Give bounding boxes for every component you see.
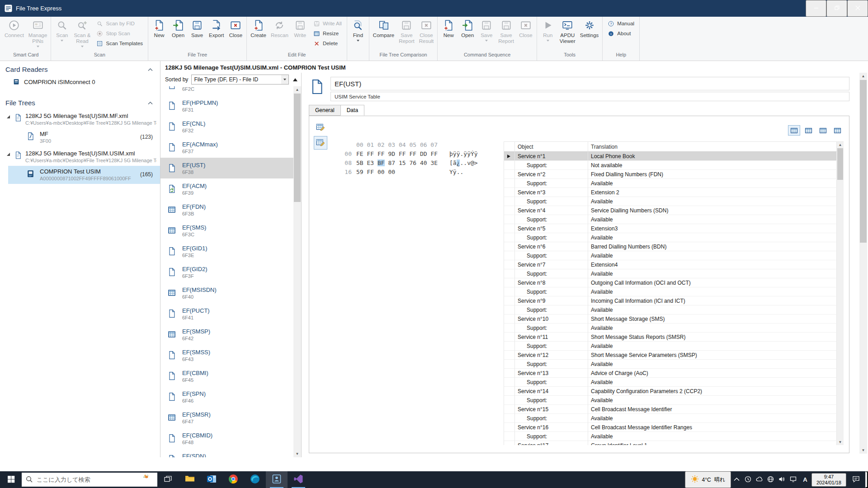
save-report-button[interactable]: Save Report <box>396 17 417 51</box>
file-trees-header[interactable]: File Trees <box>0 94 160 109</box>
scroll-up-arrow-icon[interactable]: ▲ <box>293 86 301 93</box>
service-row-service-n-6[interactable]: Service n°6Barred Dialling Numbers (BDN) <box>504 242 837 251</box>
service-row-service-n-14[interactable]: Service n°14Capability Configuration Par… <box>504 387 837 396</box>
delete-button[interactable]: Delete <box>310 38 345 48</box>
support-row-service-n-12[interactable]: Support:Available <box>504 360 837 369</box>
show-desktop-button[interactable] <box>865 471 868 488</box>
file-row-6f2c[interactable]: 6F2C <box>160 86 293 95</box>
restore-button[interactable] <box>826 0 847 17</box>
service-row-service-n-8[interactable]: Service n°8Outgoing Call Information (OC… <box>504 278 837 287</box>
scan-button[interactable]: Scan <box>52 17 71 51</box>
tree-expander-icon[interactable] <box>7 115 10 118</box>
support-row-service-n-2[interactable]: Support:Available <box>504 179 837 188</box>
tab-general[interactable]: General <box>309 105 341 116</box>
write-button[interactable]: Write <box>291 17 310 51</box>
tree-child-mf[interactable]: MF3F00(123) <box>8 128 160 146</box>
resize-button[interactable]: Resize <box>310 28 345 38</box>
manage-pins-button[interactable]: Manage PINs <box>26 17 50 51</box>
scan-read-button[interactable]: Scan & Read <box>71 17 93 51</box>
file-row-ef-spn[interactable]: EF(SPN)6F46 <box>160 386 293 407</box>
find-button[interactable]: Find <box>349 17 368 51</box>
scrollbar-thumb[interactable] <box>860 80 867 243</box>
hex-row[interactable]: 1659 FF 00 00Yÿ.. <box>342 168 478 177</box>
close-button[interactable] <box>847 0 868 17</box>
edit-hex-button[interactable] <box>314 136 327 150</box>
support-row-service-n-16[interactable]: Support:Available <box>504 432 837 441</box>
detail-scrollbar[interactable]: ▲ ▼ <box>859 73 867 454</box>
support-row-service-n-6[interactable]: Support:Available <box>504 251 837 260</box>
dropdown-arrow-icon[interactable] <box>281 75 288 84</box>
new-button[interactable]: New <box>150 17 169 51</box>
chevron-up-icon[interactable] <box>148 66 153 73</box>
file-row-ef-gid2[interactable]: EF(GID2)6F3F <box>160 262 293 282</box>
file-name-field[interactable]: EF(UST) <box>330 77 849 90</box>
hex-editor[interactable]: 00 01 02 03 04 05 06 0700FE FF FF 9D FF … <box>342 141 478 177</box>
file-row-ef-msisdn[interactable]: EF(MSISDN)6F40 <box>160 282 293 303</box>
file-row-ef-sdn[interactable]: EF(SDN)6F49 <box>160 449 293 457</box>
start-button[interactable] <box>0 471 22 488</box>
file-row-ef-ust[interactable]: EF(UST)6F38 <box>160 158 293 178</box>
view-button-3[interactable] <box>817 125 829 136</box>
service-row-service-n-13[interactable]: Service n°13Advice of Charge (AoC) <box>504 369 837 378</box>
file-row-ef-smss[interactable]: EF(SMSS)6F43 <box>160 345 293 366</box>
explorer-taskbar-button[interactable] <box>179 471 201 488</box>
service-row-service-n-17[interactable]: Service n°17Group Identifier Level 1 <box>504 441 837 445</box>
hex-row[interactable]: 085B E3 BF 87 15 76 40 3E[ã¿..v@> <box>342 159 478 168</box>
tree-child-comprion-test-usim[interactable]: COMPRION Test USIMA0000000871002FF49FFFF… <box>8 166 160 184</box>
apdu-viewer-button[interactable]: APDU Viewer <box>557 17 578 51</box>
scroll-up-arrow-icon[interactable]: ▲ <box>837 142 844 148</box>
save-button[interactable]: Save <box>188 17 207 51</box>
search-highlight-doodle-icon[interactable] <box>138 473 157 487</box>
view-button-4[interactable] <box>831 125 844 136</box>
service-row-service-n-3[interactable]: Service n°3Extension 2 <box>504 188 837 197</box>
export-button[interactable]: Export <box>207 17 226 51</box>
outlook-taskbar-button[interactable] <box>201 471 222 488</box>
file-row-ef-cbmi[interactable]: EF(CBMI)6F45 <box>160 366 293 386</box>
task-view-button[interactable] <box>157 471 179 488</box>
scrollbar-thumb[interactable] <box>837 148 843 180</box>
create-button[interactable]: Create <box>248 17 269 51</box>
edit-table-button[interactable] <box>314 121 327 134</box>
file-row-ef-acm[interactable]: EF(ACM)6F39 <box>160 178 293 199</box>
close-result-button[interactable]: Close Result <box>417 17 436 51</box>
settings-button[interactable]: Settings <box>578 17 601 51</box>
action-center-button[interactable] <box>846 471 865 488</box>
service-row-service-n-11[interactable]: Service n°11Short Message Status Reports… <box>504 333 837 342</box>
card-reader-item[interactable]: COMPRION iSIMconnect 0 <box>0 75 160 88</box>
file-row-ef-acmmax[interactable]: EF(ACMmax)6F37 <box>160 137 293 158</box>
ime-mode-button[interactable]: A <box>799 471 811 488</box>
scan-by-fid-button[interactable]: Scan by FID <box>93 19 146 28</box>
connect-button[interactable]: Connect <box>2 17 26 51</box>
service-row-service-n-16[interactable]: Service n°16Cell Broadcast Message Ident… <box>504 423 837 432</box>
support-row-service-n-15[interactable]: Support:Available <box>504 414 837 423</box>
file-row-ef-cbmid[interactable]: EF(CBMID)6F48 <box>160 428 293 449</box>
weather-widget[interactable]: 4°C 晴れ <box>685 471 731 488</box>
manual-button[interactable]: ?Manual <box>604 19 638 28</box>
visual-studio-taskbar-button[interactable] <box>288 471 309 488</box>
taskbar-search[interactable]: ここに入力して検索 <box>22 473 157 487</box>
service-row-service-n-12[interactable]: Service n°12Short Message Service Parame… <box>504 351 837 360</box>
table-scrollbar[interactable]: ▲ ▼ <box>837 142 844 445</box>
run-button[interactable]: Run <box>538 17 557 51</box>
file-row-ef-hpplmn[interactable]: EF(HPPLMN)6F31 <box>160 95 293 116</box>
file-tree-express-taskbar-button[interactable] <box>266 471 288 488</box>
file-row-ef-smsp[interactable]: EF(SMSP)6F42 <box>160 324 293 345</box>
support-row-service-n-11[interactable]: Support:Available <box>504 342 837 351</box>
service-row-service-n-9[interactable]: Service n°9Incoming Call Information (IC… <box>504 296 837 305</box>
taskbar-clock[interactable]: 9:47 2024/01/18 <box>811 473 846 487</box>
file-row-ef-cnl[interactable]: EF(CNL)6F32 <box>160 116 293 137</box>
ethernet-button[interactable] <box>788 471 799 488</box>
chevron-up-icon[interactable] <box>148 100 153 106</box>
service-row-service-n-2[interactable]: Service n°2Fixed Dialling Numbers (FDN) <box>504 170 837 179</box>
support-row-service-n-8[interactable]: Support:Available <box>504 287 837 296</box>
column-header-object[interactable]: Object <box>515 142 588 152</box>
scroll-up-arrow-icon[interactable]: ▲ <box>859 73 867 80</box>
file-row-ef-puct[interactable]: EF(PUCT)6F41 <box>160 303 293 324</box>
rescan-button[interactable]: Rescan <box>269 17 291 51</box>
volume-button[interactable] <box>776 471 788 488</box>
support-row-service-n-5[interactable]: Support:Available <box>504 233 837 242</box>
open-button[interactable]: Open <box>169 17 188 51</box>
write-all-button[interactable]: Write All <box>310 19 345 28</box>
scan-templates-button[interactable]: Scan Templates <box>93 38 146 48</box>
sort-direction-button[interactable] <box>292 76 298 83</box>
